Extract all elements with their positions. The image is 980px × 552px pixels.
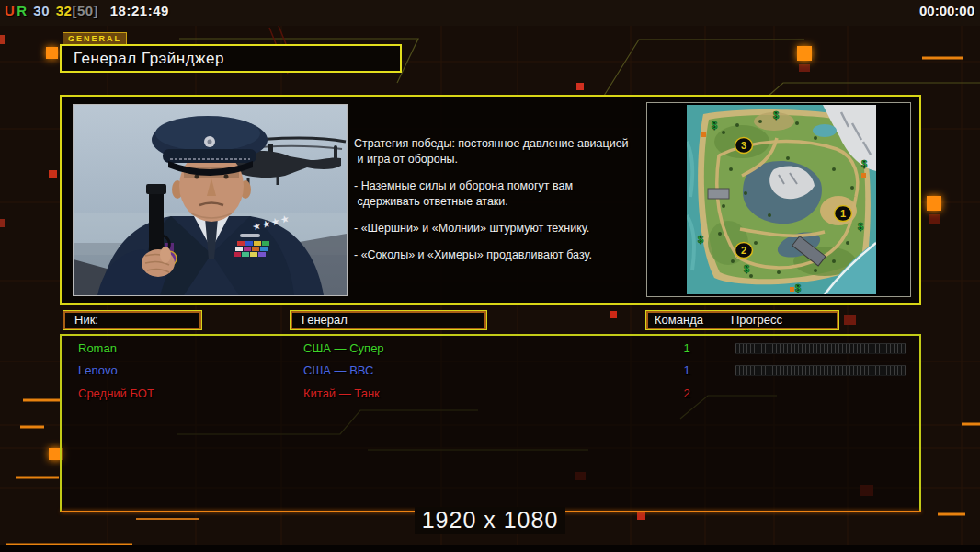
player-row: Roman США — Супер 1 [62, 338, 916, 360]
status-counter: 32 [56, 3, 73, 18]
start-position-3: 3 [735, 138, 753, 154]
player-list-panel: Roman США — Супер 1 Lenovo США — ВВС 1 С… [60, 334, 921, 512]
svg-text:3: 3 [741, 140, 746, 151]
svg-text:2: 2 [741, 245, 746, 256]
general-name: Генерал Грэйнджер [74, 46, 224, 71]
briefing-line [354, 168, 648, 179]
player-general: Китай — Танк [303, 385, 380, 403]
clock: 18:21:49 [110, 3, 169, 18]
player-nick: Средний БОТ [78, 385, 154, 403]
player-team: 2 [676, 385, 698, 403]
loading-screen: UR 30 32[50] 18:21:49 00:00:00 GENERAL Г… [0, 0, 980, 552]
general-portrait: ★ ★ ★ ★ [73, 104, 348, 296]
svg-text:1: 1 [840, 208, 846, 219]
svg-text:$: $ [744, 263, 749, 274]
start-position-2: 2 [735, 243, 753, 259]
player-row: Lenovo США — ВВС 1 [62, 360, 916, 382]
nick-header-label: Ник: [74, 311, 98, 329]
svg-text:$: $ [861, 158, 867, 169]
briefing-line: Стратегия победы: постоянное давление ав… [354, 137, 648, 153]
briefing-line: и игра от обороны. [354, 153, 648, 168]
top-status-bar: UR 30 32[50] 18:21:49 00:00:00 [0, 0, 980, 26]
player-general: США — ВВС [303, 362, 374, 380]
svg-text:$: $ [712, 120, 717, 131]
bottom-bar [0, 545, 980, 552]
team-header-label: Команда [655, 311, 703, 329]
status-fps: 30 [33, 3, 50, 18]
briefing-panel: ★ ★ ★ ★ [60, 95, 921, 305]
minimap-image: $ $ $ $ $ $ $ 3 [687, 105, 876, 294]
svg-text:$: $ [773, 109, 779, 121]
player-progress-bar [735, 343, 906, 354]
player-nick: Roman [78, 339, 117, 358]
general-tab: GENERAL [63, 32, 127, 45]
player-progress-bar [735, 365, 906, 376]
briefing-line [354, 211, 648, 222]
svg-text:$: $ [858, 221, 863, 232]
resolution-label: 1920 x 1080 [0, 507, 980, 534]
general-header-label: Генерал [302, 311, 348, 329]
nick-header-box: Ник: [63, 310, 202, 330]
general-header-box: Генерал [290, 310, 487, 330]
briefing-line: - Наземные силы и оборона помогут вам [354, 179, 648, 195]
match-timer: 00:00:00 [919, 3, 974, 18]
gentool-status: UR 30 32[50] 18:21:49 [5, 3, 171, 18]
player-general: США — Супер [303, 339, 384, 358]
player-team: 1 [676, 339, 698, 358]
strategy-briefing: Стратегия победы: постоянное давление ав… [354, 137, 648, 264]
status-u: U [5, 3, 15, 18]
progress-header-label: Прогресс [731, 311, 782, 329]
svg-text:$: $ [698, 234, 703, 245]
briefing-line: - «Шершни» и «Молнии» штурмуют технику. [354, 222, 648, 237]
team-progress-header-box: Команда Прогресс [645, 310, 839, 330]
briefing-line [354, 237, 648, 248]
briefing-line: - «Соколы» и «Химеры» продавливают базу. [354, 248, 648, 264]
minimap-panel: $ $ $ $ $ $ $ 3 [646, 102, 911, 297]
portrait-image: ★ ★ ★ ★ [74, 105, 347, 295]
player-team: 1 [676, 362, 698, 380]
start-position-1: 1 [835, 206, 852, 222]
status-cap: [50] [72, 3, 98, 18]
svg-text:$: $ [795, 282, 801, 293]
general-title-box: Генерал Грэйнджер [60, 44, 402, 73]
player-nick: Lenovo [78, 362, 118, 380]
player-row: Средний БОТ Китай — Танк 2 [62, 383, 916, 405]
status-r: R [17, 3, 27, 18]
briefing-line: сдерживать ответные атаки. [354, 195, 648, 211]
